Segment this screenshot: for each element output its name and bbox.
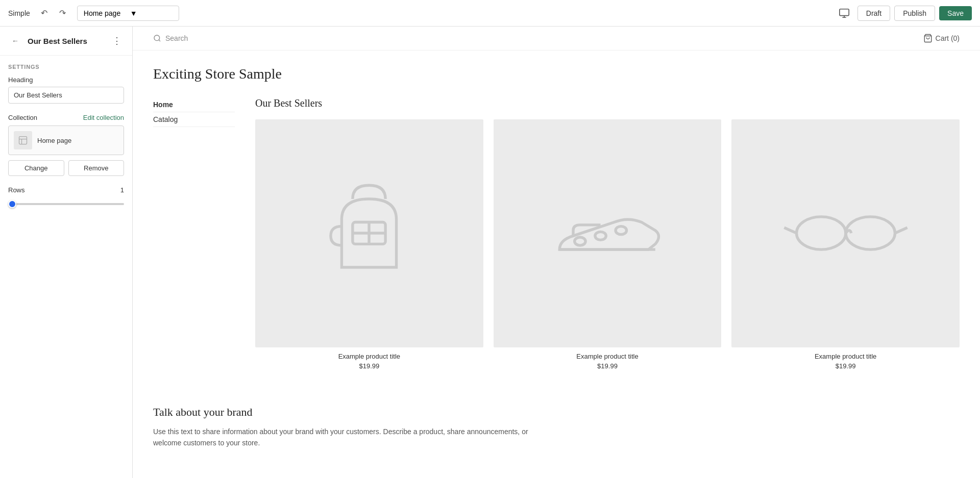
chevron-down-icon: ▼ bbox=[130, 9, 173, 17]
collection-thumbnail bbox=[14, 131, 32, 149]
undo-button[interactable]: ↶ bbox=[36, 5, 53, 21]
collection-field-group: Collection Edit collection Home page Cha… bbox=[8, 114, 124, 176]
products-section: Our Best Sellers bbox=[255, 97, 960, 370]
topbar-left: Simple ↶ ↷ Home page ▼ bbox=[8, 5, 829, 21]
heading-field-group: Heading bbox=[8, 76, 124, 104]
cart-label: Cart (0) bbox=[936, 34, 960, 42]
product-image bbox=[731, 119, 960, 347]
product-price: $19.99 bbox=[494, 362, 722, 370]
brand-heading: Talk about your brand bbox=[153, 406, 960, 419]
page-selector[interactable]: Home page ▼ bbox=[77, 6, 179, 21]
rows-slider[interactable] bbox=[8, 203, 124, 205]
more-options-button[interactable]: ⋮ bbox=[110, 34, 124, 48]
product-image bbox=[494, 119, 722, 347]
svg-point-11 bbox=[846, 217, 895, 249]
back-button[interactable]: ← bbox=[8, 34, 22, 48]
cart-icon bbox=[923, 34, 933, 43]
collection-label: Collection bbox=[8, 114, 37, 121]
collection-name: Home page bbox=[37, 137, 71, 144]
publish-button[interactable]: Publish bbox=[894, 6, 935, 21]
product-card[interactable]: Example product title $19.99 bbox=[494, 119, 722, 370]
preview-area: Search Cart (0) Exciting Store Sample Ho… bbox=[133, 27, 980, 478]
section-layout: Home Catalog Our Best Sellers bbox=[153, 97, 960, 370]
search-icon bbox=[153, 34, 161, 42]
rows-header: Rows 1 bbox=[8, 186, 124, 194]
remove-button[interactable]: Remove bbox=[68, 160, 125, 176]
preview-button[interactable] bbox=[835, 4, 853, 22]
product-price: $19.99 bbox=[731, 362, 960, 370]
topbar: Simple ↶ ↷ Home page ▼ Draft Publish Sav… bbox=[0, 0, 980, 27]
product-price: $19.99 bbox=[255, 362, 483, 370]
edit-collection-link[interactable]: Edit collection bbox=[83, 114, 124, 121]
nav-item-home[interactable]: Home bbox=[153, 97, 235, 112]
product-title: Example product title bbox=[255, 353, 483, 360]
product-card[interactable]: Example product title $19.99 bbox=[255, 119, 483, 370]
change-button[interactable]: Change bbox=[8, 160, 64, 176]
draft-button[interactable]: Draft bbox=[857, 6, 890, 21]
store-header: Search Cart (0) bbox=[133, 27, 980, 51]
product-title: Example product title bbox=[494, 353, 722, 360]
svg-line-13 bbox=[895, 228, 907, 234]
search-placeholder: Search bbox=[165, 34, 188, 42]
nav-item-catalog[interactable]: Catalog bbox=[153, 112, 235, 127]
svg-point-9 bbox=[616, 227, 626, 235]
redo-button[interactable]: ↷ bbox=[55, 5, 71, 21]
topbar-nav: ↶ ↷ bbox=[36, 5, 71, 21]
sidebar: ← Our Best Sellers ⋮ SETTINGS Heading Co… bbox=[0, 27, 133, 478]
svg-point-2 bbox=[154, 35, 160, 41]
store-content: Exciting Store Sample Home Catalog Our B… bbox=[133, 51, 980, 464]
collection-box: Home page bbox=[8, 125, 124, 155]
sidebar-header: ← Our Best Sellers ⋮ bbox=[0, 27, 132, 56]
main-layout: ← Our Best Sellers ⋮ SETTINGS Heading Co… bbox=[0, 27, 980, 478]
products-heading: Our Best Sellers bbox=[255, 97, 960, 109]
sidebar-title: Our Best Sellers bbox=[28, 37, 105, 45]
svg-point-7 bbox=[575, 237, 585, 245]
page-selector-label: Home page bbox=[84, 9, 126, 17]
heading-input[interactable] bbox=[8, 87, 124, 104]
svg-point-8 bbox=[595, 232, 606, 240]
product-card[interactable]: Example product title $19.99 bbox=[731, 119, 960, 370]
topbar-right: Draft Publish Save bbox=[835, 4, 972, 22]
svg-rect-1 bbox=[19, 137, 27, 144]
collection-actions: Change Remove bbox=[8, 160, 124, 176]
store-name: Exciting Store Sample bbox=[153, 66, 960, 82]
product-title: Example product title bbox=[731, 353, 960, 360]
slider-container bbox=[8, 198, 124, 207]
save-button[interactable]: Save bbox=[939, 6, 972, 20]
app-title: Simple bbox=[8, 9, 30, 17]
brand-section: Talk about your brand Use this text to s… bbox=[153, 395, 960, 449]
search-bar: Search bbox=[153, 34, 188, 42]
monitor-icon bbox=[839, 8, 850, 19]
product-image bbox=[255, 119, 483, 347]
svg-line-12 bbox=[784, 228, 796, 234]
nav-menu: Home Catalog bbox=[153, 97, 235, 370]
brand-text: Use this text to share information about… bbox=[153, 426, 541, 449]
cart-area: Cart (0) bbox=[923, 34, 960, 43]
rows-section: Rows 1 bbox=[8, 186, 124, 207]
products-grid: Example product title $19.99 bbox=[255, 119, 960, 370]
rows-label: Rows bbox=[8, 186, 25, 194]
collection-row: Collection Edit collection bbox=[8, 114, 124, 121]
sidebar-scroll: SETTINGS Heading Collection Edit collect… bbox=[0, 56, 132, 478]
rows-value: 1 bbox=[120, 186, 124, 194]
svg-point-10 bbox=[796, 217, 845, 249]
heading-label: Heading bbox=[8, 76, 124, 84]
settings-label: SETTINGS bbox=[8, 64, 124, 70]
svg-rect-0 bbox=[840, 9, 849, 15]
